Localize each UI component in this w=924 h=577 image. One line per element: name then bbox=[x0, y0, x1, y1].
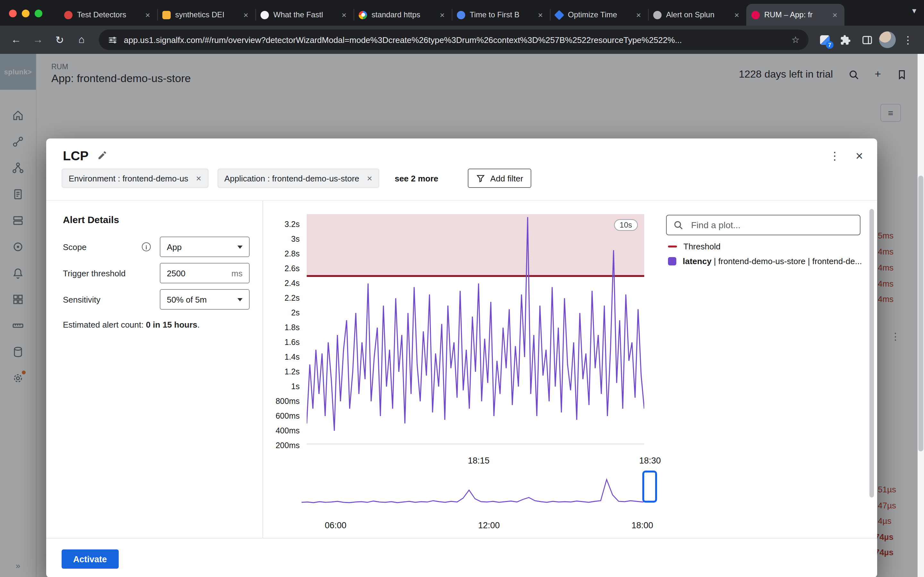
browser-tab[interactable]: Alert on Splun × bbox=[648, 4, 746, 26]
tab-close-icon[interactable]: × bbox=[340, 10, 349, 19]
minimize-window-button[interactable] bbox=[22, 10, 29, 17]
sensitivity-select[interactable]: 50% of 5m bbox=[160, 289, 250, 309]
y-axis-labels: 3.2s3s2.8s2.6s2.4s2.2s2s1.8s1.6s1.4s1.2s… bbox=[239, 218, 300, 453]
y-tick-label: 200ms bbox=[239, 438, 300, 453]
activate-button[interactable]: Activate bbox=[61, 550, 118, 569]
modal-menu-icon[interactable]: ⋮ bbox=[829, 149, 840, 163]
remove-filter-icon[interactable]: × bbox=[196, 173, 201, 183]
browser-menu-icon[interactable]: ⋮ bbox=[898, 30, 918, 49]
detector-wizard-modal: LCP ⋮ × Environment : frontend-demo-us ×… bbox=[46, 139, 877, 577]
modal-scrollbar-thumb[interactable] bbox=[869, 209, 874, 498]
scope-select[interactable]: App bbox=[160, 237, 250, 257]
browser-tab[interactable]: Test Detectors × bbox=[59, 4, 157, 26]
scope-label: Scope i bbox=[63, 242, 160, 251]
tab-title: Time to First B bbox=[470, 10, 531, 19]
latency-series bbox=[307, 214, 644, 444]
mini-series bbox=[302, 471, 654, 506]
y-tick-label: 2.4s bbox=[239, 276, 300, 291]
trigger-threshold-input[interactable] bbox=[167, 268, 212, 278]
filter-chip[interactable]: Environment : frontend-demo-us × bbox=[61, 169, 208, 188]
tab-close-icon[interactable]: × bbox=[144, 10, 152, 19]
zoom-window-button[interactable] bbox=[35, 10, 42, 17]
tab-close-icon[interactable]: × bbox=[536, 10, 545, 19]
reload-button[interactable]: ↻ bbox=[50, 30, 69, 49]
extension-badge: 7 bbox=[826, 41, 834, 49]
see-more-filters[interactable]: see 2 more bbox=[395, 173, 438, 183]
browser-tab[interactable]: What the Fastl × bbox=[255, 4, 354, 26]
tab-favicon bbox=[64, 11, 73, 19]
tab-strip: Test Detectors × synthetics DEI × What t… bbox=[0, 0, 924, 26]
y-tick-label: 1.2s bbox=[239, 365, 300, 380]
tab-title: Test Detectors bbox=[77, 10, 139, 19]
edit-pencil-icon[interactable] bbox=[97, 150, 107, 163]
browser-tab-active[interactable]: RUM – App: fr × bbox=[746, 4, 845, 26]
info-icon[interactable]: i bbox=[142, 242, 151, 251]
y-tick-label: 3s bbox=[239, 232, 300, 247]
filter-chip-label: Environment : frontend-demo-us bbox=[69, 173, 188, 183]
tab-close-icon[interactable]: × bbox=[634, 10, 643, 19]
legend-item-threshold[interactable]: Threshold bbox=[668, 242, 862, 251]
x-tick-label: 18:15 bbox=[468, 456, 489, 466]
url-text[interactable]: app.us1.signalfx.com/#/rum/overview?dete… bbox=[124, 35, 785, 45]
timeline-overview-chart bbox=[302, 471, 654, 506]
chart-legend: Threshold latency | frontend-demo-us-sto… bbox=[668, 242, 862, 271]
y-tick-label: 600ms bbox=[239, 409, 300, 424]
address-bar[interactable]: app.us1.signalfx.com/#/rum/overview?dete… bbox=[99, 29, 809, 50]
add-filter-button[interactable]: Add filter bbox=[468, 169, 531, 188]
browser-window: Test Detectors × synthetics DEI × What t… bbox=[0, 0, 924, 577]
y-tick-label: 2.2s bbox=[239, 291, 300, 306]
tab-close-icon[interactable]: × bbox=[438, 10, 447, 19]
translate-extension-icon[interactable]: 7 bbox=[816, 31, 833, 48]
tab-favicon bbox=[457, 11, 465, 19]
window-controls bbox=[9, 10, 42, 17]
tab-close-icon[interactable]: × bbox=[732, 10, 741, 19]
y-tick-label: 3.2s bbox=[239, 218, 300, 232]
x-tick-label: 12:00 bbox=[478, 521, 500, 530]
trigger-threshold-field[interactable]: ms bbox=[160, 263, 250, 284]
window-scrollbar[interactable] bbox=[918, 54, 924, 577]
funnel-icon bbox=[476, 174, 485, 183]
browser-tab[interactable]: Time to First B × bbox=[452, 4, 550, 26]
bookmark-star-icon[interactable]: ☆ bbox=[792, 35, 800, 45]
tab-favicon bbox=[260, 11, 269, 19]
tab-title: Alert on Splun bbox=[666, 10, 728, 19]
y-tick-label: 2.8s bbox=[239, 247, 300, 261]
find-plot-search[interactable] bbox=[666, 215, 861, 235]
tab-close-icon[interactable]: × bbox=[830, 10, 839, 19]
modal-title: LCP bbox=[63, 149, 89, 163]
browser-tab[interactable]: synthetics DEI × bbox=[157, 4, 255, 26]
y-tick-label: 400ms bbox=[239, 424, 300, 438]
scrollbar-thumb[interactable] bbox=[918, 176, 923, 451]
filter-chip-label: Application : frontend-demo-us-store bbox=[224, 173, 359, 183]
side-panel-icon[interactable] bbox=[857, 30, 877, 49]
time-range-selection[interactable] bbox=[642, 471, 657, 503]
profile-avatar[interactable] bbox=[879, 31, 896, 48]
tab-title: synthetics DEI bbox=[175, 10, 237, 19]
find-plot-input[interactable] bbox=[690, 219, 853, 231]
filter-chip[interactable]: Application : frontend-demo-us-store × bbox=[217, 169, 379, 188]
y-tick-label: 2.6s bbox=[239, 261, 300, 276]
x-tick-label: 06:00 bbox=[325, 521, 347, 530]
tab-close-icon[interactable]: × bbox=[242, 10, 250, 19]
forward-button[interactable]: → bbox=[28, 30, 47, 49]
divider bbox=[46, 538, 877, 538]
modal-close-icon[interactable]: × bbox=[856, 149, 863, 163]
extensions-puzzle-icon[interactable] bbox=[835, 30, 855, 49]
home-button[interactable]: ⌂ bbox=[72, 30, 91, 49]
section-heading: Alert Details bbox=[63, 214, 255, 225]
threshold-swatch bbox=[668, 245, 677, 248]
search-icon bbox=[673, 220, 683, 230]
y-tick-label: 800ms bbox=[239, 394, 300, 409]
tab-title: Optimize Time bbox=[568, 10, 630, 19]
trigger-threshold-label: Trigger threshold bbox=[63, 268, 160, 278]
tab-favicon bbox=[554, 10, 564, 19]
site-settings-icon[interactable] bbox=[108, 35, 118, 45]
tab-search-chevron-icon[interactable]: ▾ bbox=[912, 6, 916, 15]
back-button[interactable]: ← bbox=[6, 30, 26, 49]
browser-tab[interactable]: standard https × bbox=[354, 4, 452, 26]
legend-item-latency[interactable]: latency | frontend-demo-us-store | front… bbox=[668, 256, 862, 266]
close-window-button[interactable] bbox=[9, 10, 17, 17]
browser-tab[interactable]: Optimize Time × bbox=[550, 4, 648, 26]
remove-filter-icon[interactable]: × bbox=[367, 173, 372, 183]
tab-title: standard https bbox=[372, 10, 433, 19]
